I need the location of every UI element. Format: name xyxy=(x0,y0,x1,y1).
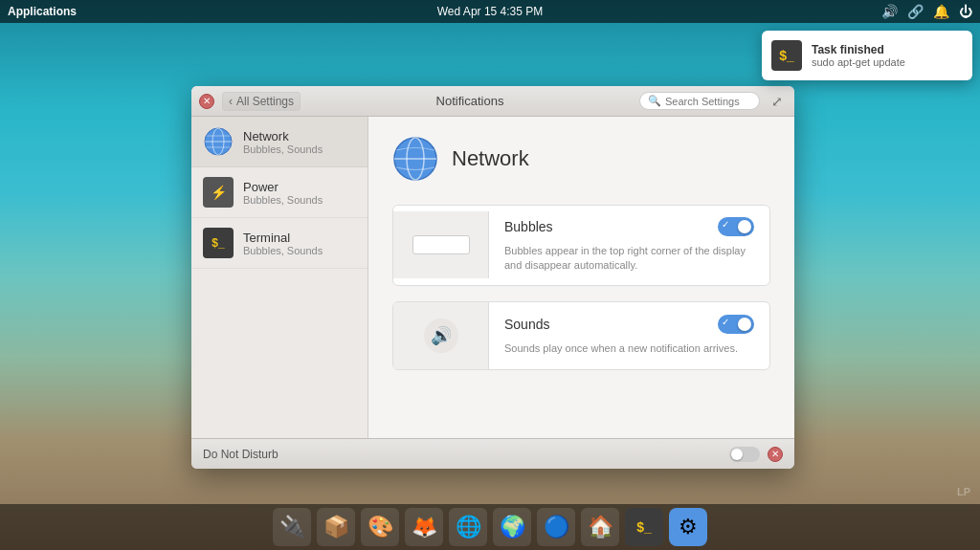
search-input[interactable] xyxy=(665,96,751,107)
bubbles-card-header: Bubbles xyxy=(504,217,754,236)
volume-icon[interactable]: 🔊 xyxy=(881,4,898,19)
taskbar-unity-icon[interactable]: 🎨 xyxy=(361,508,399,546)
sidebar-item-power[interactable]: ⚡ Power Bubbles, Sounds xyxy=(191,167,368,218)
taskbar-chrome-icon[interactable]: 🔵 xyxy=(537,508,575,546)
sounds-card-header: Sounds xyxy=(504,315,754,334)
bubbles-label: Bubbles xyxy=(504,219,553,234)
content-area: Network Bubbles Bubbles app xyxy=(368,117,794,438)
back-button[interactable]: ‹ All Settings xyxy=(222,92,301,111)
notification-subtitle: sudo apt-get update xyxy=(812,56,905,68)
notification-text: Task finished sudo apt-get update xyxy=(812,43,905,68)
content-title: Network xyxy=(452,146,529,171)
sidebar-network-sub: Bubbles, Sounds xyxy=(243,143,323,155)
window-titlebar: ✕ ‹ All Settings Notifications 🔍 ⤢ xyxy=(191,86,794,117)
bubbles-description: Bubbles appear in the top right corner o… xyxy=(504,244,754,274)
dnd-label: Do Not Disturb xyxy=(203,448,278,461)
taskbar-settings-icon[interactable]: ⚙ xyxy=(669,508,707,546)
back-arrow-icon: ‹ xyxy=(229,95,233,108)
sidebar-item-network[interactable]: Network Bubbles, Sounds xyxy=(191,117,368,167)
sidebar: Network Bubbles, Sounds ⚡ Power Bubbles,… xyxy=(191,117,368,438)
sounds-preview: 🔊 xyxy=(393,302,489,369)
expand-button[interactable]: ⤢ xyxy=(768,92,787,111)
window-close-button[interactable]: ✕ xyxy=(199,94,214,109)
search-box[interactable]: 🔍 xyxy=(639,92,760,110)
content-header: Network xyxy=(392,136,770,182)
notification-bell-icon[interactable]: 🔔 xyxy=(933,4,949,19)
system-tray: 🔊 🔗 🔔 ⏻ xyxy=(881,4,972,19)
taskbar-ie-icon[interactable]: 🌍 xyxy=(493,508,531,546)
sidebar-power-text: Power Bubbles, Sounds xyxy=(243,180,323,206)
sidebar-network-text: Network Bubbles, Sounds xyxy=(243,129,323,155)
bluetooth-icon[interactable]: 🔗 xyxy=(907,4,924,19)
sidebar-power-name: Power xyxy=(243,180,323,194)
desktop: Applications Wed Apr 15 4:35 PM 🔊 🔗 🔔 ⏻ … xyxy=(0,0,980,550)
taskbar-files-icon[interactable]: 🏠 xyxy=(581,508,619,546)
sounds-card: 🔊 Sounds Sounds play once when a new not… xyxy=(392,301,770,370)
sounds-label: Sounds xyxy=(504,317,549,332)
bubbles-preview xyxy=(393,211,489,278)
taskbar-chromium-icon[interactable]: 🌐 xyxy=(449,508,487,546)
network-sidebar-icon xyxy=(203,126,234,157)
dnd-controls: ✕ xyxy=(729,447,783,462)
bubbles-toggle-knob xyxy=(738,220,751,233)
power-sidebar-icon: ⚡ xyxy=(203,177,234,208)
taskbar: 🔌 📦 🎨 🦊 🌐 🌍 🔵 🏠 $_ ⚙ xyxy=(0,504,980,550)
dnd-toggle-knob xyxy=(731,449,743,460)
taskbar-terminal-icon[interactable]: $_ xyxy=(625,508,663,546)
taskbar-firefox-icon[interactable]: 🦊 xyxy=(405,508,443,546)
power-icon[interactable]: ⏻ xyxy=(959,4,972,19)
sounds-card-content: Sounds Sounds play once when a new notif… xyxy=(489,303,769,367)
window-title: Notifications xyxy=(308,94,632,108)
sidebar-item-terminal[interactable]: $_ Terminal Bubbles, Sounds xyxy=(191,218,368,269)
top-panel: Applications Wed Apr 15 4:35 PM 🔊 🔗 🔔 ⏻ xyxy=(0,0,980,23)
sidebar-power-sub: Bubbles, Sounds xyxy=(243,194,323,206)
terminal-sidebar-icon: $_ xyxy=(203,228,234,258)
sidebar-network-name: Network xyxy=(243,129,323,143)
dnd-toggle[interactable] xyxy=(729,447,760,462)
sound-preview-element: 🔊 xyxy=(424,319,458,353)
bubbles-card: Bubbles Bubbles appear in the top right … xyxy=(392,205,770,286)
notification-popup: $_ Task finished sudo apt-get update xyxy=(762,31,972,80)
notification-title: Task finished xyxy=(812,43,905,56)
search-icon: 🔍 xyxy=(648,95,661,107)
taskbar-wired-network-icon[interactable]: 🔌 xyxy=(273,508,311,546)
back-label: All Settings xyxy=(236,95,294,108)
bubbles-toggle[interactable] xyxy=(718,217,754,236)
bottom-bar: Do Not Disturb ✕ xyxy=(191,438,794,469)
watermark: LP xyxy=(957,486,970,497)
datetime: Wed Apr 15 4:35 PM xyxy=(437,5,544,18)
dnd-close-button[interactable]: ✕ xyxy=(768,447,783,462)
content-network-icon xyxy=(392,136,438,182)
sidebar-terminal-sub: Bubbles, Sounds xyxy=(243,245,323,256)
sounds-toggle[interactable] xyxy=(718,315,754,334)
sounds-description: Sounds play once when a new notification… xyxy=(504,341,754,356)
terminal-task-icon: $_ xyxy=(771,40,802,71)
bubble-preview-element xyxy=(412,235,470,254)
taskbar-virtualbox-icon[interactable]: 📦 xyxy=(317,508,355,546)
bubbles-card-content: Bubbles Bubbles appear in the top right … xyxy=(489,206,769,285)
sidebar-terminal-text: Terminal Bubbles, Sounds xyxy=(243,231,323,256)
sounds-toggle-knob xyxy=(738,318,751,331)
sidebar-terminal-name: Terminal xyxy=(243,231,323,245)
window-body: Network Bubbles, Sounds ⚡ Power Bubbles,… xyxy=(191,117,794,438)
app-menu[interactable]: Applications xyxy=(8,5,77,18)
settings-window: ✕ ‹ All Settings Notifications 🔍 ⤢ xyxy=(191,86,794,469)
